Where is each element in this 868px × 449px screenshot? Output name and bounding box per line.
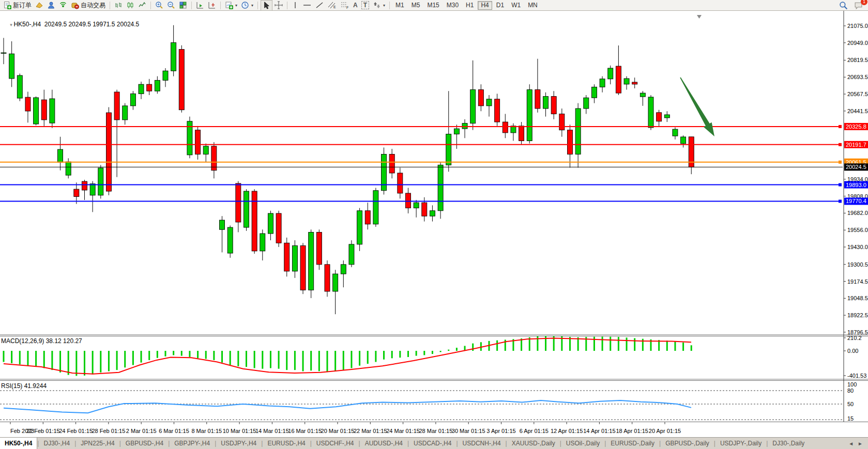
price-tick-label: 20567.5 (847, 91, 868, 97)
channel-button[interactable]: E (326, 1, 338, 10)
symbol-tab[interactable]: USDCNH-,H4 (458, 438, 506, 449)
cursor-button[interactable] (261, 0, 272, 11)
symbol-tab[interactable]: EURUSD-,H4 (263, 438, 310, 449)
timeframe-button-d1[interactable]: D1 (493, 1, 507, 10)
timeframe-button-h4[interactable]: H4 (478, 1, 492, 10)
search-icon (839, 1, 848, 10)
favorites-icon (35, 1, 43, 9)
price-tick-label: 21075.0 (847, 23, 868, 29)
symbol-tab[interactable]: GBPUSD-,Daily (661, 438, 714, 449)
auto-scroll-icon (196, 1, 204, 9)
candlestick-chart-button[interactable] (125, 1, 136, 10)
tabs-scroll-left-icon[interactable]: ◄ (848, 441, 854, 446)
symbol-tab[interactable]: DJ30-,Daily (768, 438, 809, 449)
symbol-tab[interactable]: USDCAD-,H4 (409, 438, 456, 449)
symbol-tab[interactable]: USDCHF-,H4 (312, 438, 359, 449)
symbol-tab[interactable]: USDJPY-,Daily (715, 438, 766, 449)
bar-chart-button[interactable] (113, 1, 124, 10)
notifications-button[interactable]: 1 (852, 1, 864, 10)
tile-windows-button[interactable] (177, 1, 189, 10)
crosshair-button[interactable] (273, 1, 284, 10)
candle-body (527, 90, 532, 141)
symbol-title: HK50-,H4 (13, 21, 41, 28)
time-axis-label: 28 Feb 01:15 (92, 428, 125, 434)
signals-button[interactable] (57, 1, 69, 10)
auto-trading-button[interactable]: 自动交易 (69, 1, 107, 10)
price-tick-label: 19430.0 (847, 244, 868, 250)
timeframe-button-h1[interactable]: H1 (463, 1, 477, 10)
candle-body (268, 213, 273, 234)
chart-shift-button[interactable] (206, 1, 218, 10)
text-tool-icon: A (353, 2, 358, 9)
text-label-button[interactable]: T (360, 1, 371, 10)
candle-body (673, 129, 678, 136)
candle-body (114, 92, 119, 120)
arrows-tool-button[interactable]: ▾ (371, 1, 387, 10)
text-tool-button[interactable]: A (352, 1, 359, 10)
candle-body (600, 79, 605, 87)
timeframe-button-m1[interactable]: M1 (392, 1, 407, 10)
chart-canvas[interactable]: 21075.020949.020819.520693.520567.520441… (0, 11, 868, 437)
symbol-tab[interactable]: DJ30-,H4 (39, 438, 74, 449)
indicators-button[interactable]: ▾ (223, 1, 239, 10)
line-handle[interactable] (839, 199, 842, 203)
favorites-button[interactable] (34, 1, 45, 10)
community-button[interactable] (45, 1, 57, 10)
symbol-tab[interactable]: XAUUSD-,Daily (507, 438, 560, 449)
candle-body (220, 220, 225, 229)
candle-body (74, 189, 79, 196)
symbol-tab[interactable]: USDJPY-,H4 (216, 438, 261, 449)
candle-body (292, 245, 297, 271)
time-axis-label: 16 Mar 01:15 (288, 428, 322, 434)
candle-body (341, 265, 346, 274)
timeframe-button-m30[interactable]: M30 (444, 1, 462, 10)
fibonacci-button[interactable]: F (339, 1, 351, 10)
timeframe-button-m15[interactable]: M15 (424, 1, 442, 10)
vertical-line-button[interactable] (290, 1, 300, 10)
candle-body (195, 130, 201, 154)
candle-body (438, 165, 443, 210)
chevron-down-icon: ▾ (235, 3, 237, 8)
candle-body (163, 71, 168, 80)
symbol-tab[interactable]: AUDUSD-,H4 (360, 438, 407, 449)
auto-scroll-button[interactable] (194, 1, 206, 10)
time-axis-label: 6 Apr 01:15 (520, 428, 549, 434)
line-chart-button[interactable] (136, 1, 148, 10)
line-handle[interactable] (839, 125, 842, 128)
new-order-button[interactable]: 新订单 (2, 1, 33, 10)
candle-body (478, 90, 483, 106)
candle-body (406, 193, 411, 208)
candle-body (616, 66, 621, 93)
candle-body (130, 94, 135, 105)
symbol-tab[interactable]: GBPJPY-,H4 (170, 438, 215, 449)
candle-body (462, 123, 467, 129)
candle-body (502, 122, 508, 133)
svg-text:E: E (333, 5, 336, 9)
symbol-tab[interactable]: HK50-,H4 (0, 438, 37, 449)
search-button[interactable] (837, 1, 849, 10)
horizontal-line-button[interactable] (301, 1, 313, 10)
zoom-out-button[interactable] (165, 1, 177, 10)
new-order-label: 新订单 (13, 1, 32, 10)
symbol-tab[interactable]: GBPUSD-,H4 (121, 438, 168, 449)
symbol-tab[interactable]: JPN225-,H4 (76, 438, 119, 449)
timeframe-button-w1[interactable]: W1 (508, 1, 524, 10)
time-axis-label: 20 Apr 01:15 (649, 428, 681, 434)
line-handle[interactable] (839, 143, 842, 146)
candle-body (519, 126, 524, 141)
timeframe-button-m5[interactable]: M5 (408, 1, 423, 10)
timeframe-button-mn[interactable]: MN (525, 1, 541, 10)
symbol-tab[interactable]: EURUSD-,Daily (606, 438, 659, 449)
symbol-tab[interactable]: USOil-,Daily (561, 438, 604, 449)
line-handle[interactable] (839, 183, 842, 187)
line-handle[interactable] (839, 161, 842, 164)
trendline-button[interactable] (314, 1, 325, 10)
tabs-scroll-right-icon[interactable]: ► (858, 441, 863, 446)
periods-button[interactable]: ▾ (239, 1, 255, 10)
time-axis-label: 14 Apr 01:15 (583, 428, 615, 434)
candle-body (17, 75, 22, 98)
chart-window: 21075.020949.020819.520693.520567.520441… (0, 11, 868, 437)
zoom-in-button[interactable] (154, 1, 165, 10)
crosshair-icon (275, 1, 283, 9)
candle-body (551, 97, 556, 114)
